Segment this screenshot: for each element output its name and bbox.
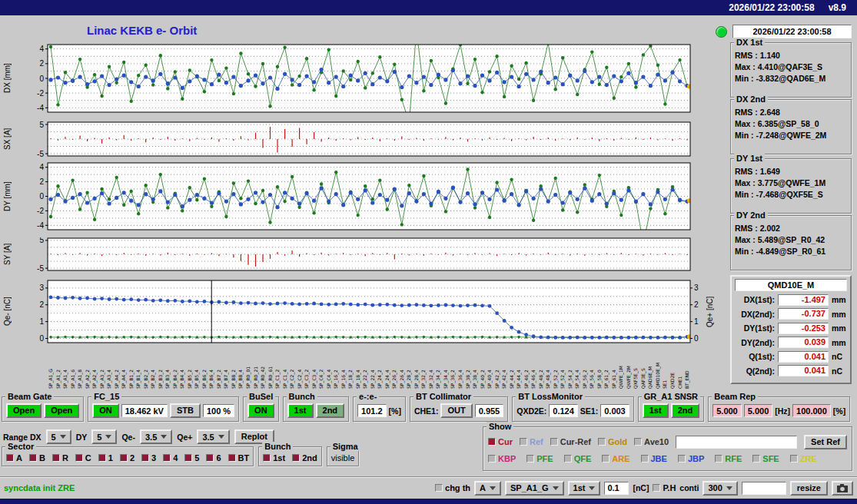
bpm-select[interactable]: SP_A1_G xyxy=(505,481,564,496)
sector-5-checkbox[interactable] xyxy=(184,454,192,462)
sector-bt-label: BT xyxy=(238,453,250,463)
svg-text:SP_44_2: SP_44_2 xyxy=(509,370,515,389)
sector-3-checkbox[interactable] xyxy=(141,454,149,462)
sector-r-checkbox[interactable] xyxy=(52,454,60,462)
sigma-visible-toggle[interactable]: visible xyxy=(331,453,355,463)
group-title: FC_15 xyxy=(91,392,121,401)
kbp-checkbox[interactable] xyxy=(488,455,496,463)
svg-text:SP_A4_4: SP_A4_4 xyxy=(121,370,127,389)
monitor-row-value: 0.039 xyxy=(778,337,829,348)
bunch-1st-button[interactable]: 1st xyxy=(287,403,314,418)
se1-label: SE1: xyxy=(580,406,598,416)
range-dy-select[interactable]: 5 xyxy=(91,429,117,444)
ave10-checkbox[interactable] xyxy=(634,438,642,446)
svg-text:QWFE_1M: QWFE_1M xyxy=(618,366,624,389)
sx-steering-chart[interactable]: 5-5 xyxy=(22,121,706,157)
sector-a-checkbox[interactable] xyxy=(6,454,14,462)
sector-bt-checkbox[interactable] xyxy=(228,454,236,462)
dy-2nd-stats: DY 2nd RMS : 2.002 Max : 5.489@SP_R0_42 … xyxy=(730,215,852,270)
sector-1-checkbox[interactable] xyxy=(98,454,106,462)
cur-checkbox[interactable] xyxy=(488,438,496,446)
set-ref-button[interactable]: Set Ref xyxy=(804,435,847,449)
beam-gate-open-1-button[interactable]: Open xyxy=(6,403,42,418)
sector-4-checkbox[interactable] xyxy=(163,454,171,462)
stats-title: DY 1st xyxy=(734,154,765,163)
che1-out-button[interactable]: OUT xyxy=(440,403,472,418)
stats-title: DX 2nd xyxy=(734,94,768,104)
dy-orbit-chart[interactable]: 420-2-4 xyxy=(22,162,706,230)
chevron-down-icon xyxy=(726,486,732,490)
pfe-checkbox[interactable] xyxy=(526,455,534,463)
snsr-2nd-button[interactable]: 2nd xyxy=(671,403,700,418)
version: v8.9 xyxy=(829,2,846,13)
show-qfe-item: QFE xyxy=(564,454,592,463)
svg-text:SP_36_2: SP_36_2 xyxy=(450,370,456,389)
sfe-checkbox[interactable] xyxy=(752,455,760,463)
ee-ratio-unit: [%] xyxy=(389,406,401,416)
sector-6-checkbox[interactable] xyxy=(206,454,214,462)
range-dx-select[interactable]: 5 xyxy=(46,429,71,444)
svg-text:SP_R0_01: SP_R0_01 xyxy=(245,366,251,389)
monitor-row-value: 0.041 xyxy=(778,365,829,376)
ref-checkbox[interactable] xyxy=(520,438,527,446)
range-qep-select[interactable]: 3.5 xyxy=(197,429,229,444)
qxd2e-label: QXD2E: xyxy=(517,406,546,416)
jbe-checkbox[interactable] xyxy=(641,455,649,463)
cur-ref-checkbox[interactable] xyxy=(550,438,558,446)
sector-2-label: 2 xyxy=(130,453,135,463)
svg-text:3: 3 xyxy=(39,284,44,292)
jbp-checkbox[interactable] xyxy=(678,455,686,463)
svg-text:BT_END: BT_END xyxy=(684,370,690,389)
zre-checkbox[interactable] xyxy=(790,455,798,463)
bunch-2nd-checkbox[interactable] xyxy=(292,454,300,462)
fc15-stb-button[interactable]: STB xyxy=(170,403,201,418)
pfe-label: PFE xyxy=(536,454,553,463)
svg-text:SP_54_2: SP_54_2 xyxy=(567,370,573,389)
svg-text:SP_40_4: SP_40_4 xyxy=(487,370,493,389)
che1-label: CHE1: xyxy=(414,406,439,416)
range-qem-select[interactable]: 3.5 xyxy=(140,429,172,444)
bunch-2nd-button[interactable]: 2nd xyxy=(316,403,345,418)
fc15-on-button[interactable]: ON xyxy=(92,403,119,418)
resize-button[interactable]: resize xyxy=(790,481,828,496)
extra-input[interactable] xyxy=(742,482,786,495)
chevron-down-icon xyxy=(105,435,111,439)
svg-text:2: 2 xyxy=(39,59,44,68)
dx-orbit-chart[interactable]: 420-2-4 xyxy=(22,44,706,113)
sector-2-checkbox[interactable] xyxy=(120,454,128,462)
interval-select[interactable]: 300 xyxy=(703,481,737,496)
fc15-percent-field: 100 % xyxy=(203,404,234,417)
threshold-input[interactable] xyxy=(604,482,629,495)
bunch-1st-checkbox[interactable] xyxy=(263,454,271,462)
sector-c-checkbox[interactable] xyxy=(75,454,83,462)
charge-chart[interactable]: 32103210 xyxy=(22,280,706,343)
snapshot-button[interactable] xyxy=(832,481,853,496)
monitor-row-value: 0.041 xyxy=(778,351,829,363)
ref-file-input[interactable] xyxy=(676,436,797,449)
snsr-1st-button[interactable]: 1st xyxy=(643,403,669,418)
chg-th-checkbox[interactable] xyxy=(435,484,443,492)
bunch-select[interactable]: 1st xyxy=(568,481,601,496)
bpm-select-value: SP_A1_G xyxy=(510,483,549,492)
busel-on-button[interactable]: ON xyxy=(247,403,274,418)
jbe-label: JBE xyxy=(651,454,667,463)
svg-text:SP_42_4: SP_42_4 xyxy=(501,370,507,389)
beam-gate-open-2-button[interactable]: Open xyxy=(44,403,79,418)
sector-1-label: 1 xyxy=(108,453,113,463)
qfe-checkbox[interactable] xyxy=(564,455,572,463)
sector-b-checkbox[interactable] xyxy=(29,454,37,462)
gold-checkbox[interactable] xyxy=(598,438,606,446)
svg-text:QXF5E_S: QXF5E_S xyxy=(633,368,639,389)
are-checkbox[interactable] xyxy=(602,455,610,463)
fc15-group: FC_15 ON 18.462 kV STB 100 % xyxy=(88,396,239,422)
title-bar: 2026/01/22 23:00:58 v8.9 xyxy=(0,0,857,15)
sector-select[interactable]: A xyxy=(474,481,501,496)
svg-text:SP_B7_2: SP_B7_2 xyxy=(216,370,222,389)
monitor-row-unit: mm xyxy=(832,310,847,319)
gr-a1-snsr-group: GR_A1 SNSR 1st 2nd xyxy=(638,396,704,422)
rfe-checkbox[interactable] xyxy=(715,455,722,463)
ph-checkbox[interactable] xyxy=(653,484,660,492)
svg-text:SP_46_2: SP_46_2 xyxy=(523,370,530,389)
kbp-label: KBP xyxy=(498,454,516,463)
sy-steering-chart[interactable]: 5-5 xyxy=(22,237,706,271)
